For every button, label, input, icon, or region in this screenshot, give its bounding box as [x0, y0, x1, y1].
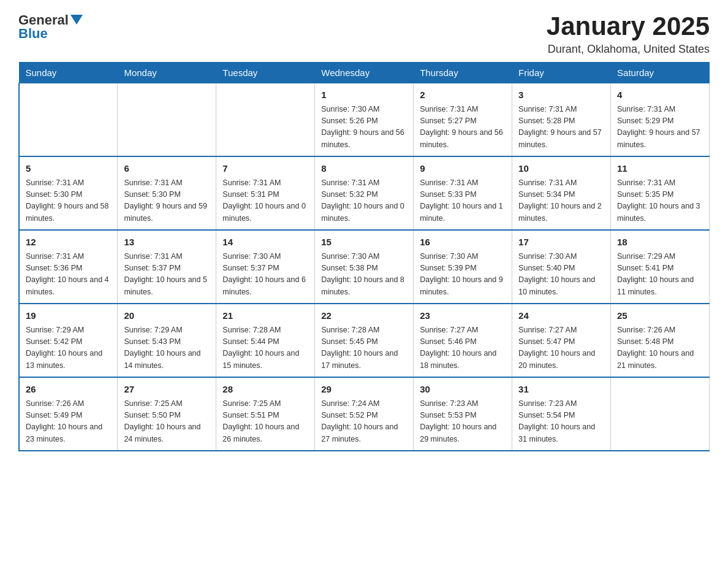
- day-info: Sunrise: 7:30 AMSunset: 5:40 PMDaylight:…: [518, 251, 604, 299]
- day-number: 16: [420, 236, 506, 250]
- calendar-cell: 24Sunrise: 7:27 AMSunset: 5:47 PMDayligh…: [512, 304, 611, 377]
- calendar-title: January 2025: [547, 12, 710, 40]
- calendar-cell: 2Sunrise: 7:31 AMSunset: 5:27 PMDaylight…: [414, 83, 512, 157]
- day-info: Sunrise: 7:29 AMSunset: 5:42 PMDaylight:…: [26, 324, 111, 372]
- day-info: Sunrise: 7:31 AMSunset: 5:28 PMDaylight:…: [518, 104, 604, 151]
- calendar-cell: 13Sunrise: 7:31 AMSunset: 5:37 PMDayligh…: [118, 230, 216, 304]
- day-info: Sunrise: 7:26 AMSunset: 5:48 PMDaylight:…: [617, 324, 703, 372]
- calendar-cell: 31Sunrise: 7:23 AMSunset: 5:54 PMDayligh…: [512, 377, 611, 451]
- calendar-cell: 26Sunrise: 7:26 AMSunset: 5:49 PMDayligh…: [19, 377, 118, 451]
- calendar-cell: 11Sunrise: 7:31 AMSunset: 5:35 PMDayligh…: [611, 156, 710, 230]
- day-number: 15: [321, 236, 407, 250]
- calendar-cell: 23Sunrise: 7:27 AMSunset: 5:46 PMDayligh…: [414, 304, 512, 377]
- day-info: Sunrise: 7:30 AMSunset: 5:39 PMDaylight:…: [420, 251, 506, 299]
- day-number: 2: [420, 88, 506, 102]
- calendar-cell: 4Sunrise: 7:31 AMSunset: 5:29 PMDaylight…: [611, 83, 710, 157]
- calendar-cell: 16Sunrise: 7:30 AMSunset: 5:39 PMDayligh…: [414, 230, 512, 304]
- calendar-cell: 19Sunrise: 7:29 AMSunset: 5:42 PMDayligh…: [19, 304, 118, 377]
- calendar-cell: 6Sunrise: 7:31 AMSunset: 5:30 PMDaylight…: [118, 156, 216, 230]
- calendar-cell: [118, 83, 216, 157]
- logo-blue: Blue: [18, 26, 48, 42]
- logo-arrow-icon: [70, 15, 83, 25]
- calendar-cell: 30Sunrise: 7:23 AMSunset: 5:53 PMDayligh…: [414, 377, 512, 451]
- calendar-cell: 21Sunrise: 7:28 AMSunset: 5:44 PMDayligh…: [216, 304, 315, 377]
- day-number: 13: [124, 236, 210, 250]
- day-number: 12: [26, 236, 111, 250]
- calendar-cell: 25Sunrise: 7:26 AMSunset: 5:48 PMDayligh…: [611, 304, 710, 377]
- day-number: 7: [222, 162, 308, 176]
- title-block: January 2025 Durant, Oklahoma, United St…: [547, 12, 710, 56]
- week-row-1: 1Sunrise: 7:30 AMSunset: 5:26 PMDaylight…: [19, 83, 710, 157]
- calendar-subtitle: Durant, Oklahoma, United States: [547, 43, 710, 56]
- day-info: Sunrise: 7:27 AMSunset: 5:47 PMDaylight:…: [518, 324, 604, 372]
- calendar-cell: 3Sunrise: 7:31 AMSunset: 5:28 PMDaylight…: [512, 83, 611, 157]
- calendar-cell: 17Sunrise: 7:30 AMSunset: 5:40 PMDayligh…: [512, 230, 611, 304]
- day-info: Sunrise: 7:30 AMSunset: 5:37 PMDaylight:…: [222, 251, 308, 299]
- day-number: 24: [518, 309, 604, 323]
- calendar-cell: 1Sunrise: 7:30 AMSunset: 5:26 PMDaylight…: [315, 83, 414, 157]
- day-number: 29: [321, 383, 407, 397]
- weekday-header-wednesday: Wednesday: [315, 63, 414, 83]
- day-info: Sunrise: 7:31 AMSunset: 5:37 PMDaylight:…: [124, 251, 210, 299]
- svg-marker-0: [70, 15, 83, 25]
- day-number: 18: [617, 236, 703, 250]
- day-number: 21: [222, 309, 308, 323]
- calendar-cell: 18Sunrise: 7:29 AMSunset: 5:41 PMDayligh…: [611, 230, 710, 304]
- day-number: 5: [26, 162, 111, 176]
- calendar-cell: 27Sunrise: 7:25 AMSunset: 5:50 PMDayligh…: [118, 377, 216, 451]
- week-row-5: 26Sunrise: 7:26 AMSunset: 5:49 PMDayligh…: [19, 377, 710, 451]
- calendar-cell: 28Sunrise: 7:25 AMSunset: 5:51 PMDayligh…: [216, 377, 315, 451]
- day-number: 8: [321, 162, 407, 176]
- calendar-cell: 15Sunrise: 7:30 AMSunset: 5:38 PMDayligh…: [315, 230, 414, 304]
- day-info: Sunrise: 7:28 AMSunset: 5:45 PMDaylight:…: [321, 324, 407, 372]
- day-number: 6: [124, 162, 210, 176]
- day-info: Sunrise: 7:25 AMSunset: 5:50 PMDaylight:…: [124, 398, 210, 446]
- weekday-header-row: SundayMondayTuesdayWednesdayThursdayFrid…: [19, 63, 710, 83]
- weekday-header-saturday: Saturday: [611, 63, 710, 83]
- weekday-header-sunday: Sunday: [19, 63, 118, 83]
- day-number: 19: [26, 309, 111, 323]
- day-number: 17: [518, 236, 604, 250]
- day-info: Sunrise: 7:30 AMSunset: 5:26 PMDaylight:…: [321, 104, 407, 151]
- day-number: 23: [420, 309, 506, 323]
- day-info: Sunrise: 7:29 AMSunset: 5:41 PMDaylight:…: [617, 251, 703, 299]
- day-info: Sunrise: 7:25 AMSunset: 5:51 PMDaylight:…: [222, 398, 308, 446]
- calendar-cell: 5Sunrise: 7:31 AMSunset: 5:30 PMDaylight…: [19, 156, 118, 230]
- weekday-header-monday: Monday: [118, 63, 216, 83]
- day-info: Sunrise: 7:23 AMSunset: 5:54 PMDaylight:…: [518, 398, 604, 446]
- calendar-cell: 14Sunrise: 7:30 AMSunset: 5:37 PMDayligh…: [216, 230, 315, 304]
- calendar-cell: 9Sunrise: 7:31 AMSunset: 5:33 PMDaylight…: [414, 156, 512, 230]
- day-number: 25: [617, 309, 703, 323]
- calendar-table: SundayMondayTuesdayWednesdayThursdayFrid…: [18, 62, 710, 451]
- day-info: Sunrise: 7:27 AMSunset: 5:46 PMDaylight:…: [420, 324, 506, 372]
- day-number: 27: [124, 383, 210, 397]
- logo: General Blue: [18, 12, 83, 42]
- day-info: Sunrise: 7:31 AMSunset: 5:35 PMDaylight:…: [617, 177, 703, 225]
- day-number: 31: [518, 383, 604, 397]
- day-info: Sunrise: 7:26 AMSunset: 5:49 PMDaylight:…: [26, 398, 111, 446]
- day-info: Sunrise: 7:29 AMSunset: 5:43 PMDaylight:…: [124, 324, 210, 372]
- calendar-cell: 29Sunrise: 7:24 AMSunset: 5:52 PMDayligh…: [315, 377, 414, 451]
- day-info: Sunrise: 7:23 AMSunset: 5:53 PMDaylight:…: [420, 398, 506, 446]
- calendar-cell: [611, 377, 710, 451]
- calendar-cell: 20Sunrise: 7:29 AMSunset: 5:43 PMDayligh…: [118, 304, 216, 377]
- day-number: 4: [617, 88, 703, 102]
- day-number: 11: [617, 162, 703, 176]
- calendar-cell: 7Sunrise: 7:31 AMSunset: 5:31 PMDaylight…: [216, 156, 315, 230]
- calendar-cell: [19, 83, 118, 157]
- day-info: Sunrise: 7:31 AMSunset: 5:32 PMDaylight:…: [321, 177, 407, 225]
- calendar-cell: 12Sunrise: 7:31 AMSunset: 5:36 PMDayligh…: [19, 230, 118, 304]
- day-number: 20: [124, 309, 210, 323]
- day-number: 9: [420, 162, 506, 176]
- day-number: 14: [222, 236, 308, 250]
- calendar-cell: 8Sunrise: 7:31 AMSunset: 5:32 PMDaylight…: [315, 156, 414, 230]
- day-number: 10: [518, 162, 604, 176]
- calendar-cell: 22Sunrise: 7:28 AMSunset: 5:45 PMDayligh…: [315, 304, 414, 377]
- page-header: General Blue January 2025 Durant, Oklaho…: [18, 12, 710, 56]
- day-info: Sunrise: 7:24 AMSunset: 5:52 PMDaylight:…: [321, 398, 407, 446]
- day-info: Sunrise: 7:31 AMSunset: 5:33 PMDaylight:…: [420, 177, 506, 225]
- weekday-header-friday: Friday: [512, 63, 611, 83]
- week-row-3: 12Sunrise: 7:31 AMSunset: 5:36 PMDayligh…: [19, 230, 710, 304]
- day-info: Sunrise: 7:31 AMSunset: 5:34 PMDaylight:…: [518, 177, 604, 225]
- day-info: Sunrise: 7:31 AMSunset: 5:30 PMDaylight:…: [124, 177, 210, 225]
